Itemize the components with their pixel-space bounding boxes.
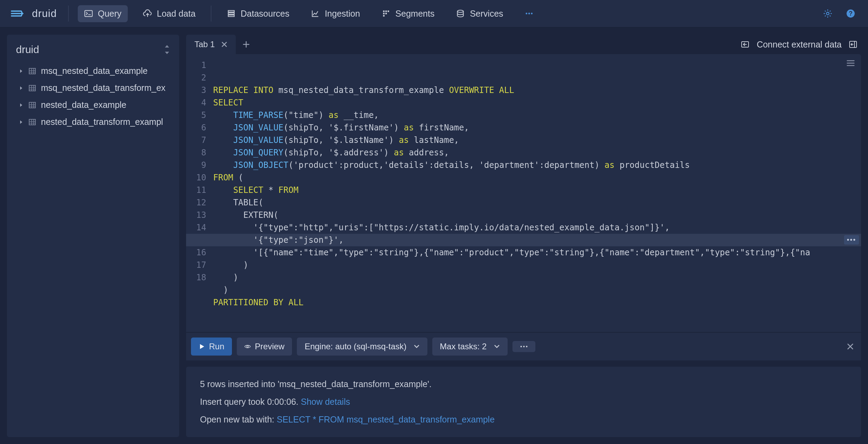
divider bbox=[68, 6, 69, 22]
tab-label: Tab 1 bbox=[194, 40, 215, 49]
code-area[interactable]: REPLACE INTO msq_nested_data_transform_e… bbox=[210, 54, 861, 332]
gear-icon bbox=[823, 9, 833, 18]
preview-label: Preview bbox=[255, 342, 284, 351]
nav-label: Services bbox=[470, 9, 503, 19]
nav-datasources[interactable]: Datasources bbox=[220, 5, 295, 22]
svg-point-24 bbox=[520, 346, 521, 347]
dots-icon bbox=[525, 9, 534, 18]
max-tasks-label: Max tasks: 2 bbox=[440, 342, 487, 351]
chevron-right-icon bbox=[19, 69, 24, 74]
datasource-name: nested_data_example bbox=[41, 100, 126, 110]
chart-line-icon bbox=[311, 9, 320, 18]
close-tab[interactable] bbox=[221, 41, 227, 48]
query-toolbar: Run Preview Engine: auto (sql-msq-task) … bbox=[186, 332, 861, 360]
connect-external-data[interactable]: Connect external data bbox=[757, 40, 842, 50]
druid-logo-icon bbox=[10, 8, 28, 19]
svg-point-11 bbox=[526, 13, 527, 15]
close-icon bbox=[221, 41, 227, 48]
svg-point-12 bbox=[528, 13, 530, 15]
nav-label: Datasources bbox=[241, 9, 289, 19]
nav-ingestion[interactable]: Ingestion bbox=[304, 5, 366, 22]
svg-rect-0 bbox=[85, 10, 92, 16]
open-tab-query-link[interactable]: SELECT * FROM msq_nested_data_transform_… bbox=[277, 415, 495, 424]
brand-logo[interactable]: druid bbox=[10, 8, 57, 19]
menu-lines-icon bbox=[846, 60, 855, 67]
line-actions[interactable]: ••• bbox=[844, 235, 859, 245]
chevron-right-icon bbox=[19, 103, 24, 108]
connect-icon bbox=[741, 40, 750, 49]
divider bbox=[211, 6, 211, 22]
eye-icon bbox=[244, 343, 251, 350]
nav-segments[interactable]: Segments bbox=[375, 5, 441, 22]
sql-editor[interactable]: 123456789101112131415161718 REPLACE INTO… bbox=[186, 54, 861, 332]
brand-text: druid bbox=[32, 8, 57, 19]
sort-toggle[interactable] bbox=[163, 45, 171, 54]
close-icon bbox=[846, 343, 854, 350]
svg-point-14 bbox=[826, 12, 829, 15]
svg-rect-19 bbox=[29, 102, 35, 108]
caret-down-icon bbox=[414, 343, 420, 350]
panel-toggle[interactable] bbox=[849, 40, 858, 49]
max-tasks-select[interactable]: Max tasks: 2 bbox=[432, 338, 508, 356]
svg-point-25 bbox=[523, 346, 524, 347]
svg-point-13 bbox=[531, 13, 533, 15]
line-gutter: 123456789101112131415161718 bbox=[186, 54, 210, 332]
svg-rect-7 bbox=[383, 13, 384, 14]
show-details-link[interactable]: Show details bbox=[301, 397, 350, 407]
svg-rect-17 bbox=[29, 68, 35, 74]
toolbar-more[interactable] bbox=[512, 341, 535, 352]
nav-label: Ingestion bbox=[325, 9, 360, 19]
top-nav: druid Query Load data Datasources Ingest… bbox=[0, 0, 868, 28]
run-button[interactable]: Run bbox=[191, 338, 232, 356]
nav-more[interactable] bbox=[518, 6, 540, 22]
datasource-item[interactable]: msq_nested_data_transform_ex bbox=[7, 79, 179, 96]
panel-icon bbox=[849, 40, 858, 49]
svg-rect-1 bbox=[228, 10, 234, 12]
table-icon bbox=[28, 101, 36, 109]
datasource-item[interactable]: nested_data_transform_exampl bbox=[7, 113, 179, 130]
preview-button[interactable]: Preview bbox=[237, 338, 292, 356]
help-button[interactable]: ? bbox=[844, 7, 858, 20]
svg-rect-2 bbox=[228, 13, 234, 14]
engine-select[interactable]: Engine: auto (sql-msq-task) bbox=[297, 338, 427, 356]
segments-icon bbox=[382, 9, 391, 18]
settings-button[interactable] bbox=[821, 7, 835, 20]
console-icon bbox=[84, 9, 93, 18]
help-icon: ? bbox=[846, 9, 856, 18]
query-tab[interactable]: Tab 1 bbox=[186, 35, 236, 54]
result-line: 5 rows inserted into 'msq_nested_data_tr… bbox=[200, 379, 847, 389]
add-tab[interactable] bbox=[236, 35, 257, 54]
datasource-name: nested_data_transform_exampl bbox=[41, 117, 163, 127]
datasource-name: msq_nested_data_example bbox=[41, 66, 148, 76]
editor-menu[interactable] bbox=[846, 60, 855, 67]
dots-icon bbox=[520, 345, 528, 348]
result-line: Insert query took 0:00:06. Show details bbox=[200, 397, 847, 407]
nav-query[interactable]: Query bbox=[78, 5, 128, 22]
nav-label: Segments bbox=[395, 9, 435, 19]
nav-load-data[interactable]: Load data bbox=[137, 5, 202, 22]
results-panel: 5 rows inserted into 'msq_nested_data_tr… bbox=[186, 367, 861, 437]
svg-rect-6 bbox=[387, 10, 389, 12]
datasource-tree: msq_nested_data_example msq_nested_data_… bbox=[7, 62, 179, 130]
nav-label: Load data bbox=[157, 9, 195, 19]
close-results[interactable] bbox=[844, 341, 856, 352]
svg-point-23 bbox=[247, 346, 249, 348]
datasource-name: msq_nested_data_transform_ex bbox=[41, 83, 166, 93]
schema-sidebar: druid msq_nested_data_example msq_nested… bbox=[7, 35, 179, 437]
svg-rect-4 bbox=[383, 10, 384, 12]
sort-icon bbox=[163, 45, 171, 54]
svg-rect-5 bbox=[385, 10, 387, 12]
table-icon bbox=[28, 84, 36, 92]
datasource-item[interactable]: msq_nested_data_example bbox=[7, 62, 179, 79]
engine-label: Engine: auto (sql-msq-task) bbox=[304, 342, 406, 351]
table-icon bbox=[28, 67, 36, 75]
svg-point-26 bbox=[526, 346, 527, 347]
nav-services[interactable]: Services bbox=[450, 5, 509, 22]
run-label: Run bbox=[209, 342, 224, 351]
svg-rect-8 bbox=[385, 13, 387, 14]
tab-bar: Tab 1 Connect external data bbox=[186, 35, 861, 54]
table-icon bbox=[28, 118, 36, 126]
main-panel: Tab 1 Connect external data 123456789101… bbox=[186, 35, 861, 437]
datasource-item[interactable]: nested_data_example bbox=[7, 96, 179, 113]
caret-down-icon bbox=[494, 343, 500, 350]
